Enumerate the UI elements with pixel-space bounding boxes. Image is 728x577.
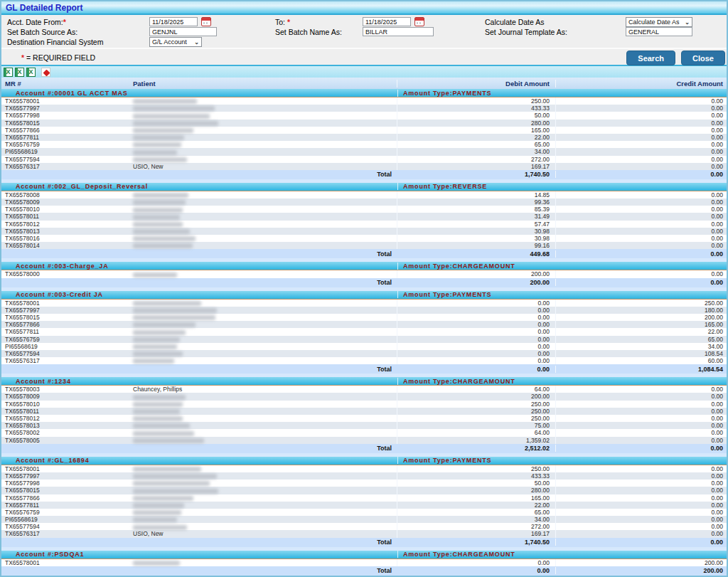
patient-cell	[133, 472, 397, 480]
set-journal-template-input[interactable]	[626, 27, 692, 36]
account-label: Account #:003-Charge_JA	[1, 263, 397, 270]
search-button[interactable]: Search	[626, 51, 675, 65]
table-row: PI655686190.0034.00	[1, 343, 727, 350]
mr-cell: TX65576759	[1, 509, 133, 516]
debit-cell: 31.49	[397, 213, 556, 220]
credit-cell: 60.00	[556, 357, 727, 364]
excel-export-icon[interactable]: X	[26, 68, 36, 77]
mr-cell: TX65578002	[1, 429, 133, 436]
excel-export-icon[interactable]: X	[4, 68, 13, 77]
total-credit-cell: 1,084.54	[556, 366, 727, 373]
mr-cell: TX65577594	[1, 523, 133, 530]
mr-cell: TX65576759	[1, 141, 133, 148]
table-row: TX6557799850.000.00	[1, 112, 727, 119]
account-label: Account #:00001 GL ACCT MAS	[1, 90, 397, 97]
table-row: TX6557801257.470.00	[1, 221, 727, 228]
redacted-patient-name	[133, 474, 217, 479]
table-row: TX655778660.00165.00	[1, 321, 727, 328]
mr-cell: TX65578011	[1, 213, 133, 220]
patient-cell	[133, 206, 397, 213]
total-label: Total	[1, 539, 397, 546]
table-row: TX6557801499.160.00	[1, 242, 727, 249]
patient-cell	[133, 321, 397, 328]
mr-cell: TX65578014	[1, 242, 133, 249]
credit-cell: 165.00	[556, 321, 727, 328]
account-label: Account #:1234	[1, 378, 397, 385]
mr-cell: TX65577997	[1, 307, 133, 314]
patient-cell	[133, 112, 397, 119]
debit-cell: 433.33	[397, 472, 556, 480]
credit-cell: 0.00	[556, 141, 727, 148]
to-date-input[interactable]	[363, 17, 411, 26]
account-label: Account #:003-Credit JA	[1, 291, 397, 298]
destination-financial-system-select[interactable]: G/L Account ⌄	[149, 37, 202, 47]
patient-cell	[133, 228, 397, 235]
mr-cell: TX65578001	[1, 97, 133, 105]
total-credit-cell: 200.00	[556, 567, 727, 574]
total-debit-cell: 1,740.50	[397, 539, 556, 546]
redacted-patient-name	[133, 215, 180, 220]
acct-date-from-input[interactable]	[149, 17, 198, 26]
set-batch-name-input[interactable]	[363, 27, 434, 36]
table-row: TX65576317USIO, New169.170.00	[1, 530, 727, 537]
debit-cell: 0.00	[397, 343, 556, 350]
calendar-icon[interactable]	[414, 17, 424, 26]
credit-cell: 0.00	[556, 415, 727, 422]
patient-cell	[133, 343, 397, 350]
redacted-patient-name	[133, 351, 183, 356]
calculate-date-as-select[interactable]: Calculate Date As ⌄	[626, 17, 692, 27]
redacted-patient-name	[133, 481, 210, 486]
debit-cell: 99.36	[397, 198, 556, 206]
report-table: Account #:00001 GL ACCT MASAmount Type:P…	[1, 89, 727, 577]
redacted-patient-name	[133, 423, 190, 428]
export-toolbar: X X X	[1, 66, 727, 78]
redacted-patient-name	[133, 114, 210, 119]
debit-cell: 30.98	[397, 228, 556, 235]
set-batch-source-input[interactable]	[149, 27, 217, 36]
close-button[interactable]: Close	[681, 51, 725, 65]
mr-cell: TX65578001	[1, 465, 133, 472]
redacted-patient-name	[133, 395, 186, 400]
credit-cell: 0.00	[556, 206, 727, 213]
table-row: TX6557781122.000.00	[1, 502, 727, 509]
redacted-patient-name	[133, 243, 193, 248]
set-batch-source-label: Set Batch Source As:	[7, 28, 77, 36]
debit-cell: 57.47	[397, 221, 556, 228]
mr-cell: TX65578010	[1, 206, 133, 213]
table-row: TX65578015280.000.00	[1, 120, 727, 127]
mr-cell: TX65577811	[1, 134, 133, 141]
patient-cell	[133, 523, 397, 530]
excel-export-icon[interactable]: X	[15, 68, 24, 77]
redacted-patient-name	[133, 416, 183, 421]
debit-cell: 22.00	[397, 134, 556, 141]
credit-cell: 0.00	[556, 494, 727, 502]
debit-cell: 1,359.02	[397, 437, 556, 444]
patient-cell	[133, 213, 397, 220]
calendar-icon[interactable]	[201, 17, 211, 26]
redacted-patient-name	[133, 467, 201, 472]
pdf-export-icon[interactable]	[41, 68, 50, 77]
patient-cell	[133, 509, 397, 516]
patient-cell	[133, 415, 397, 422]
account-section-header: Account #:002_GL_Deposit_ReversalAmount …	[1, 183, 727, 191]
account-section-header: Account #:00001 GL ACCT MASAmount Type:P…	[1, 89, 727, 97]
mr-cell: TX65577997	[1, 472, 133, 480]
patient-cell	[133, 134, 397, 141]
account-section-header: Account #:GL_16894Amount Type:PAYMENTS	[1, 457, 727, 465]
credit-cell: 0.00	[556, 191, 727, 198]
mr-cell: TX65578016	[1, 235, 133, 242]
redacted-patient-name	[133, 193, 188, 198]
amount-type-label: Amount Type:CHARGEAMOUNT	[397, 551, 727, 558]
debit-cell: 64.00	[397, 429, 556, 436]
mr-cell: TX65578005	[1, 437, 133, 444]
debit-cell: 0.00	[397, 307, 556, 314]
credit-cell: 180.00	[556, 307, 727, 314]
redacted-patient-name	[133, 142, 181, 147]
amount-type-label: Amount Type:PAYMENTS	[397, 291, 727, 298]
mr-cell: TX65578011	[1, 408, 133, 415]
table-row: TX65577866165.000.00	[1, 127, 727, 134]
redacted-patient-name	[133, 200, 186, 205]
credit-cell: 0.00	[556, 437, 727, 444]
patient-cell	[133, 148, 397, 155]
chevron-down-icon: ⌄	[194, 39, 199, 46]
